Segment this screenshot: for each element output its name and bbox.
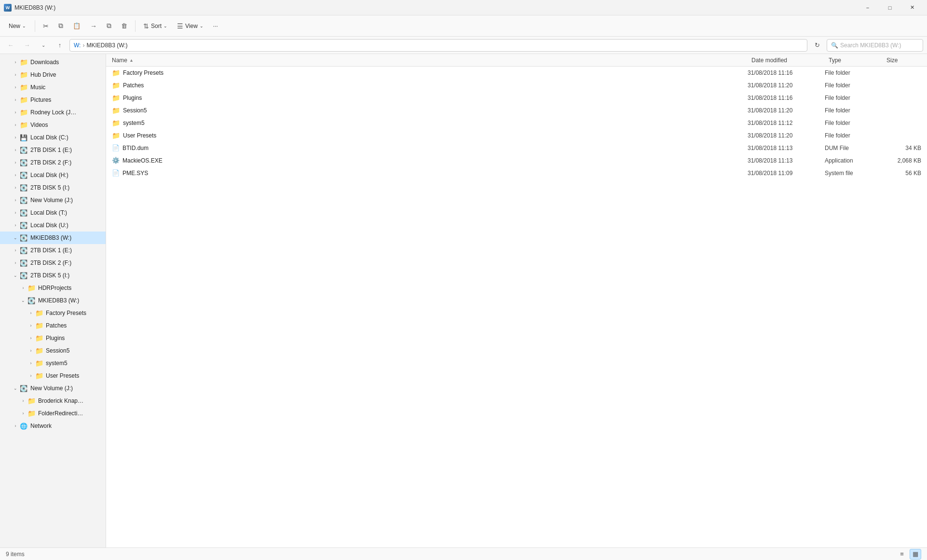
sidebar-item-broderick[interactable]: › 📁 Broderick Knap…	[0, 395, 106, 407]
col-name-label: Name	[112, 57, 127, 64]
sidebar-item-disk5i[interactable]: › 💽 2TB DISK 5 (I:)	[0, 181, 106, 194]
sidebar-item-disk2f2[interactable]: › 💽 2TB DISK 2 (F:)	[0, 257, 106, 269]
sidebar-item-factory-presets[interactable]: › 📁 Factory Presets	[0, 307, 106, 319]
sidebar-item-disk2e[interactable]: › 💽 2TB DISK 1 (E:)	[0, 144, 106, 156]
sidebar-item-label: Hub Drive	[30, 71, 56, 78]
sidebar-item-newvolj2[interactable]: ⌄ 💽 New Volume (J:)	[0, 382, 106, 395]
copy-button[interactable]: ⧉	[55, 19, 67, 32]
chevron-down-icon: ⌄	[19, 297, 27, 304]
file-name-cell: 📁 Plugins	[112, 94, 748, 102]
folder-icon: 📁	[35, 334, 43, 342]
sidebar-item-localt[interactable]: › 💽 Local Disk (T:)	[0, 206, 106, 219]
file-date-cell: 31/08/2018 11:20	[748, 82, 825, 89]
sidebar-item-label: Local Disk (C:)	[30, 134, 68, 141]
back-button[interactable]: ←	[4, 39, 17, 52]
drive-icon: 💽	[19, 196, 28, 205]
view-button[interactable]: ☰ View ⌄	[173, 20, 207, 32]
sidebar-item-mkied8b3-nested[interactable]: ⌄ 💽 MKIED8B3 (W:)	[0, 294, 106, 307]
col-header-name[interactable]: Name ▲	[110, 54, 750, 66]
sidebar-item-folderredir[interactable]: › 📁 FolderRedirecti…	[0, 407, 106, 420]
address-path[interactable]: W: › MKIED8B3 (W:)	[69, 39, 807, 52]
sidebar-item-newvolj[interactable]: › 💽 New Volume (J:)	[0, 194, 106, 206]
delete-button[interactable]: 🗑	[117, 20, 131, 32]
folder-icon: 📁	[19, 70, 28, 79]
forward-button[interactable]: →	[20, 39, 34, 52]
chevron-icon: ›	[19, 284, 27, 292]
sort-button[interactable]: ⇅ Sort ⌄	[139, 20, 171, 32]
copy-to-button[interactable]: ⧉	[103, 19, 115, 32]
minimize-button[interactable]: −	[857, 0, 879, 15]
chevron-icon: ›	[12, 71, 19, 79]
table-row[interactable]: 📄 BTID.dum 31/08/2018 11:13 DUM File 34 …	[106, 142, 927, 154]
maximize-button[interactable]: □	[879, 0, 901, 15]
chevron-icon: ›	[19, 397, 27, 405]
table-row[interactable]: 📄 PME.SYS 31/08/2018 11:09 System file 5…	[106, 167, 927, 179]
network-icon: 🌐	[19, 422, 28, 430]
sidebar-item-mkied8b3-top[interactable]: ⌄ 💽 MKIED8B3 (W:)	[0, 232, 106, 244]
sidebar-item-downloads[interactable]: › 📁 Downloads	[0, 56, 106, 68]
sidebar-item-label: Local Disk (U:)	[30, 222, 68, 229]
sidebar-item-session5[interactable]: › 📁 Session5	[0, 344, 106, 357]
table-row[interactable]: 📁 Factory Presets 31/08/2018 11:16 File …	[106, 67, 927, 79]
music-folder-icon: 📁	[19, 83, 28, 92]
sidebar-item-system5[interactable]: › 📁 system5	[0, 357, 106, 369]
table-row[interactable]: 📁 User Presets 31/08/2018 11:20 File fol…	[106, 129, 927, 142]
new-button[interactable]: New ⌄	[4, 20, 31, 32]
sidebar-item-plugins[interactable]: › 📁 Plugins	[0, 332, 106, 344]
sidebar-item-patches[interactable]: › 📁 Patches	[0, 319, 106, 332]
move-button[interactable]: →	[86, 20, 101, 32]
file-name: PME.SYS	[123, 170, 148, 177]
table-row[interactable]: 📁 Session5 31/08/2018 11:20 File folder	[106, 104, 927, 117]
table-row[interactable]: 📁 Plugins 31/08/2018 11:16 File folder	[106, 92, 927, 104]
chevron-icon: ›	[27, 359, 35, 367]
sidebar-item-music[interactable]: › 📁 Music	[0, 81, 106, 94]
col-header-size[interactable]: Size	[885, 54, 923, 66]
file-date-cell: 31/08/2018 11:16	[748, 69, 825, 76]
sidebar-item-disk2e2[interactable]: › 💽 2TB DISK 1 (E:)	[0, 244, 106, 257]
recent-button[interactable]: ⌄	[37, 39, 50, 52]
sidebar-item-hubdrive[interactable]: › 📁 Hub Drive	[0, 68, 106, 81]
detail-view-button[interactable]: ▦	[910, 549, 921, 560]
cut-button[interactable]: ✂	[39, 20, 53, 32]
folder-icon: 📁	[112, 69, 120, 77]
sidebar-item-disk5i2[interactable]: ⌄ 💽 2TB DISK 5 (I:)	[0, 269, 106, 282]
chevron-icon: ›	[12, 121, 19, 129]
refresh-button[interactable]: ↻	[810, 39, 824, 52]
search-placeholder: Search MKIED8B3 (W:)	[840, 42, 901, 49]
table-row[interactable]: 📁 Patches 31/08/2018 11:20 File folder	[106, 79, 927, 92]
sidebar-item-label: Session5	[46, 347, 69, 354]
sidebar-item-rodney[interactable]: › 📁 Rodney Lock (J…	[0, 106, 106, 119]
title-bar-left: W MKIED8B3 (W:)	[4, 4, 55, 12]
title-bar: W MKIED8B3 (W:) − □ ✕	[0, 0, 927, 15]
col-header-date[interactable]: Date modified	[750, 54, 827, 66]
sidebar-item-pictures[interactable]: › 📁 Pictures	[0, 94, 106, 106]
copy-icon: ⧉	[58, 22, 63, 30]
sidebar-item-user-presets[interactable]: › 📁 User Presets	[0, 369, 106, 382]
view-icon: ☰	[177, 22, 183, 30]
content-pane: Name ▲ Date modified Type Size 📁 Factory…	[106, 54, 927, 547]
sidebar-item-localu[interactable]: › 💽 Local Disk (U:)	[0, 219, 106, 232]
up-button[interactable]: ↑	[53, 39, 67, 52]
table-row[interactable]: ⚙️ MackieOS.EXE 31/08/2018 11:13 Applica…	[106, 154, 927, 167]
sidebar-item-localh[interactable]: › 💽 Local Disk (H:)	[0, 169, 106, 181]
sidebar-item-label: Downloads	[30, 59, 59, 66]
search-box[interactable]: 🔍 Search MKIED8B3 (W:)	[827, 39, 923, 52]
sidebar-item-localc[interactable]: › 💾 Local Disk (C:)	[0, 131, 106, 144]
close-button[interactable]: ✕	[901, 0, 923, 15]
more-button[interactable]: ···	[209, 20, 222, 32]
path-root[interactable]: W:	[74, 42, 81, 49]
table-row[interactable]: 📁 system5 31/08/2018 11:12 File folder	[106, 117, 927, 129]
paste-button[interactable]: 📋	[69, 20, 84, 32]
drive-icon: 💽	[19, 384, 28, 393]
folder-icon: 📁	[35, 371, 43, 380]
sidebar-item-hdrprojects[interactable]: › 📁 HDRProjects	[0, 282, 106, 294]
move-icon: →	[90, 22, 97, 30]
sidebar-item-disk2f[interactable]: › 💽 2TB DISK 2 (F:)	[0, 156, 106, 169]
sidebar-item-network[interactable]: › 🌐 Network	[0, 420, 106, 432]
drive-icon: 💾	[19, 133, 28, 142]
sidebar-item-videos[interactable]: › 📁 Videos	[0, 119, 106, 131]
folder-icon: 📁	[112, 82, 120, 89]
chevron-icon: ›	[27, 372, 35, 380]
list-view-button[interactable]: ≡	[896, 549, 908, 560]
col-header-type[interactable]: Type	[827, 54, 885, 66]
